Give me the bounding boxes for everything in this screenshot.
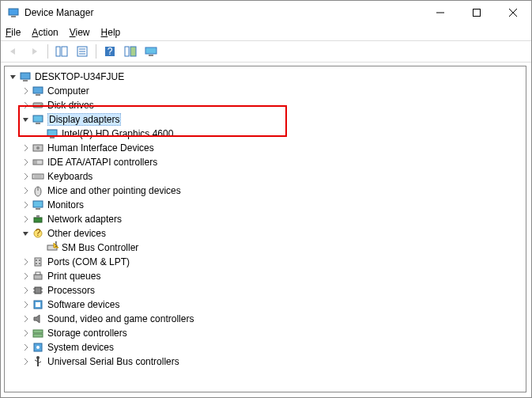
sound-icon: [32, 313, 44, 325]
chevron-right-icon[interactable]: [21, 85, 32, 97]
tree-node[interactable]: Sound, video and game controllers: [6, 312, 524, 326]
tree-node[interactable]: System devices: [6, 340, 524, 354]
system-icon: [32, 341, 44, 354]
node-label: Other devices: [47, 228, 106, 239]
tree-node[interactable]: Mice and other pointing devices: [6, 184, 524, 198]
chevron-right-icon[interactable]: [21, 328, 32, 339]
svg-rect-59: [36, 302, 40, 307]
svg-rect-53: [35, 287, 41, 294]
chevron-right-icon[interactable]: [21, 342, 32, 353]
tree-node[interactable]: Storage controllers: [6, 326, 524, 340]
tree-node[interactable]: IDE ATA/ATAPI controllers: [6, 155, 524, 169]
software-icon: [32, 298, 44, 311]
hid-icon: [32, 142, 44, 154]
tree-leaf[interactable]: !SM Bus Controller: [6, 241, 524, 255]
chevron-right-icon[interactable]: [21, 271, 32, 282]
chevron-right-icon[interactable]: [21, 199, 32, 210]
chevron-right-icon[interactable]: [21, 299, 32, 310]
tree-node[interactable]: Universal Serial Bus controllers: [6, 354, 524, 369]
svg-rect-14: [125, 47, 129, 56]
forward-button[interactable]: [25, 43, 43, 60]
node-label: Universal Serial Bus controllers: [47, 356, 179, 367]
chevron-right-icon[interactable]: [21, 171, 32, 182]
leaf-label: SM Bus Controller: [62, 242, 138, 253]
svg-point-50: [39, 263, 40, 264]
menu-file[interactable]: File: [6, 27, 21, 38]
svg-rect-24: [33, 116, 43, 122]
scan-hardware-button[interactable]: [121, 43, 140, 60]
chevron-right-icon[interactable]: [21, 142, 32, 154]
chevron-down-icon[interactable]: [8, 71, 19, 82]
svg-point-23: [40, 104, 42, 106]
monitor-icon-button[interactable]: [141, 43, 160, 60]
node-label: Human Interface Devices: [47, 142, 154, 154]
svg-point-48: [39, 260, 40, 261]
chevron-right-icon[interactable]: [21, 100, 32, 111]
node-label: IDE ATA/ATAPI controllers: [47, 157, 157, 168]
chevron-down-icon[interactable]: [21, 228, 32, 239]
menu-help[interactable]: Help: [101, 27, 121, 38]
app-icon: [7, 6, 20, 19]
chevron-down-icon[interactable]: [21, 114, 32, 125]
svg-rect-25: [36, 123, 40, 124]
title-bar: Device Manager: [1, 1, 531, 25]
node-label: Disk drives: [47, 100, 94, 111]
tree-node[interactable]: Human Interface Devices: [6, 141, 524, 155]
back-button[interactable]: [4, 43, 23, 60]
chevron-right-icon[interactable]: [21, 214, 32, 225]
close-button[interactable]: [495, 1, 531, 25]
chevron-right-icon[interactable]: [21, 313, 32, 324]
chevron-right-icon[interactable]: [21, 356, 32, 367]
tree-root[interactable]: DESKTOP-U34FJUE: [6, 70, 524, 84]
tree-node[interactable]: Keyboards: [6, 169, 524, 184]
port-icon: [32, 256, 44, 268]
svg-point-29: [36, 146, 40, 150]
separator: [96, 44, 96, 59]
tree-node[interactable]: Print queues: [6, 269, 524, 283]
tree-node[interactable]: Processors: [6, 283, 524, 298]
svg-rect-3: [474, 9, 481, 17]
node-label: System devices: [47, 342, 114, 353]
unknown-icon: !: [46, 241, 58, 254]
svg-rect-61: [33, 334, 43, 337]
tree-node[interactable]: Disk drives: [6, 98, 524, 112]
menu-action[interactable]: Action: [32, 27, 58, 38]
show-hide-tree-button[interactable]: [52, 43, 71, 60]
maximize-button[interactable]: [458, 1, 495, 25]
chevron-right-icon[interactable]: [21, 157, 32, 168]
chevron-right-icon[interactable]: [21, 256, 32, 267]
menu-view[interactable]: View: [70, 27, 90, 38]
svg-rect-60: [33, 330, 43, 333]
svg-rect-38: [33, 201, 43, 207]
tree-node[interactable]: Computer: [6, 84, 524, 98]
tree-node[interactable]: Monitors: [6, 198, 524, 212]
svg-point-49: [36, 263, 37, 264]
node-label: Display adapters: [47, 113, 121, 126]
svg-rect-20: [33, 87, 43, 93]
node-label: Computer: [47, 85, 89, 97]
svg-rect-21: [36, 94, 40, 96]
minimize-button[interactable]: [422, 1, 458, 25]
svg-rect-39: [36, 208, 40, 210]
tree-node[interactable]: ?Other devices: [6, 226, 524, 241]
svg-rect-18: [21, 73, 30, 79]
computer-icon: [32, 85, 44, 97]
ide-icon: [32, 156, 44, 169]
chevron-right-icon[interactable]: [21, 185, 32, 196]
toolbar: ?: [1, 40, 531, 63]
tree-node[interactable]: Ports (COM & LPT): [6, 255, 524, 269]
tree-leaf[interactable]: Intel(R) HD Graphics 4600: [6, 127, 524, 141]
svg-rect-17: [149, 55, 153, 56]
svg-rect-16: [145, 47, 157, 54]
help-button[interactable]: ?: [100, 43, 119, 60]
node-label: Storage controllers: [47, 328, 127, 339]
svg-point-47: [36, 260, 37, 261]
tree-node[interactable]: Network adapters: [6, 212, 524, 226]
window-title: Device Manager: [25, 7, 422, 18]
properties-button[interactable]: [73, 43, 92, 60]
chevron-right-icon[interactable]: [21, 285, 32, 296]
tree-node[interactable]: Software devices: [6, 298, 524, 312]
svg-text:?: ?: [36, 227, 41, 238]
root-label: DESKTOP-U34FJUE: [35, 71, 124, 82]
tree-node[interactable]: Display adapters: [6, 112, 524, 127]
